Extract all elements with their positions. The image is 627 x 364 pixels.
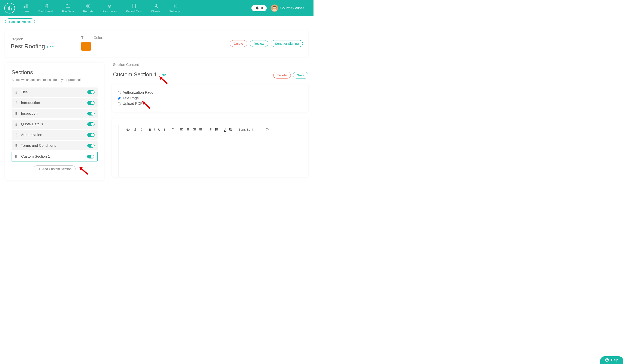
font-value: Sans Serif: [238, 128, 253, 131]
text-color-button[interactable]: A: [224, 128, 226, 131]
clear-format-button[interactable]: Tx: [266, 128, 269, 131]
svg-point-16: [16, 93, 17, 94]
bold-button[interactable]: B: [149, 128, 151, 131]
nav-settings[interactable]: Settings: [169, 3, 180, 13]
drag-handle-icon[interactable]: [14, 91, 18, 94]
svg-point-20: [16, 103, 17, 103]
project-name: Best Roofing: [11, 43, 45, 50]
section-toggle[interactable]: [87, 112, 95, 115]
align-justify-button[interactable]: [199, 128, 203, 131]
section-toggle[interactable]: [87, 101, 95, 105]
font-select[interactable]: Sans Serif ▲▼: [238, 128, 260, 131]
editor-body[interactable]: [118, 134, 302, 177]
svg-point-39: [15, 136, 16, 136]
section-toggle[interactable]: [87, 144, 95, 148]
plus-icon: [38, 167, 41, 171]
project-review-button[interactable]: Review: [250, 40, 268, 47]
svg-point-46: [16, 146, 17, 147]
add-custom-section-button[interactable]: Add Custom Section: [34, 165, 76, 172]
project-edit-link[interactable]: Edit: [47, 45, 53, 49]
blockquote-button[interactable]: ❝: [172, 127, 174, 132]
section-content-title: Custom Section 1: [113, 71, 157, 78]
section-toggle[interactable]: [87, 90, 95, 94]
svg-point-40: [16, 136, 17, 136]
drag-handle-icon[interactable]: [15, 155, 19, 158]
section-delete-button[interactable]: Delete: [273, 72, 291, 79]
project-delete-button[interactable]: Delete: [230, 40, 247, 47]
sections-title: Sections: [11, 69, 98, 76]
nav-filedata[interactable]: File Data: [62, 3, 74, 13]
nav-home[interactable]: Home: [21, 3, 29, 13]
unordered-list-button[interactable]: [215, 128, 218, 131]
drag-handle-icon[interactable]: [14, 101, 18, 105]
add-custom-section-label: Add Custom Section: [42, 167, 72, 171]
nav-label: Dashboard: [38, 10, 53, 13]
strike-button[interactable]: S: [163, 128, 166, 131]
section-row[interactable]: Quote Details: [11, 120, 98, 129]
project-card: Project: Best Roofing Edit Theme Color: …: [5, 30, 308, 57]
nav-reportcard[interactable]: Report Card: [126, 3, 142, 13]
nav-label: Report Card: [126, 10, 142, 13]
section-save-button[interactable]: Save: [293, 72, 308, 79]
section-row[interactable]: Terms and Conditions: [11, 141, 98, 150]
svg-point-8: [174, 5, 175, 7]
nav-items: Home Dashboard File Data Reports Resourc…: [21, 3, 180, 13]
svg-rect-2: [27, 4, 27, 8]
radio-input[interactable]: [118, 91, 121, 94]
section-row-label: Title: [21, 90, 28, 94]
radio-input[interactable]: [118, 102, 121, 105]
section-title-edit-link[interactable]: Edit: [159, 73, 166, 77]
nav-label: Home: [21, 10, 29, 13]
svg-point-44: [16, 145, 17, 146]
radio-input[interactable]: [118, 97, 121, 100]
brand-logo[interactable]: [4, 3, 15, 13]
svg-point-7: [155, 4, 157, 6]
sections-card: Sections Select which sections to includ…: [5, 63, 104, 180]
section-toggle[interactable]: [87, 133, 95, 137]
highlight-button[interactable]: A: [229, 128, 232, 131]
drag-handle-icon[interactable]: [14, 133, 18, 137]
section-row[interactable]: Authorization: [11, 130, 98, 140]
drag-handle-icon[interactable]: [14, 144, 18, 147]
svg-point-21: [15, 104, 16, 104]
svg-point-29: [15, 123, 16, 124]
section-row[interactable]: Title: [11, 88, 98, 97]
user-name: Courtney Allbee: [280, 6, 305, 10]
svg-point-17: [15, 102, 16, 102]
section-toggle[interactable]: [87, 122, 95, 126]
nav-reports[interactable]: Reports: [83, 3, 94, 13]
page-type-radio[interactable]: Upload PDF: [118, 102, 303, 106]
underline-button[interactable]: U: [158, 128, 160, 131]
align-right-button[interactable]: [193, 128, 196, 131]
page-type-radio[interactable]: Text Page: [118, 96, 303, 100]
nav-label: Clients: [151, 10, 160, 13]
align-left-button[interactable]: [180, 128, 183, 131]
nav-clients[interactable]: Clients: [151, 3, 160, 13]
svg-point-51: [15, 157, 16, 158]
italic-button[interactable]: I: [154, 128, 155, 131]
format-select[interactable]: Normal ▲▼: [126, 128, 143, 131]
page-type-radio[interactable]: Authorization Page: [118, 91, 303, 95]
theme-label: Theme Color:: [81, 36, 103, 40]
section-row[interactable]: Inspection: [11, 109, 98, 118]
nav-label: Resources: [103, 10, 117, 13]
project-send-button[interactable]: Send for Signing: [271, 40, 303, 47]
svg-point-12: [16, 91, 17, 91]
notifications-count: 0: [261, 6, 263, 10]
theme-color-swatch[interactable]: [81, 42, 91, 51]
user-menu[interactable]: Courtney Allbee: [271, 4, 309, 12]
section-toggle[interactable]: [87, 155, 94, 158]
nav-resources[interactable]: Resources: [103, 3, 117, 13]
drag-handle-icon[interactable]: [14, 112, 18, 115]
svg-point-14: [16, 92, 17, 92]
nav-dashboard[interactable]: Dashboard: [38, 3, 53, 13]
back-to-project-button[interactable]: Back to Project: [5, 18, 35, 25]
section-row[interactable]: Custom Section 1: [11, 152, 98, 161]
svg-point-18: [16, 102, 17, 102]
drag-handle-icon[interactable]: [14, 123, 18, 126]
ordered-list-button[interactable]: 123: [209, 128, 212, 131]
notifications-pill[interactable]: 0: [252, 5, 267, 11]
section-row[interactable]: Introduction: [11, 98, 98, 108]
svg-point-23: [15, 112, 16, 113]
align-center-button[interactable]: [186, 128, 190, 131]
